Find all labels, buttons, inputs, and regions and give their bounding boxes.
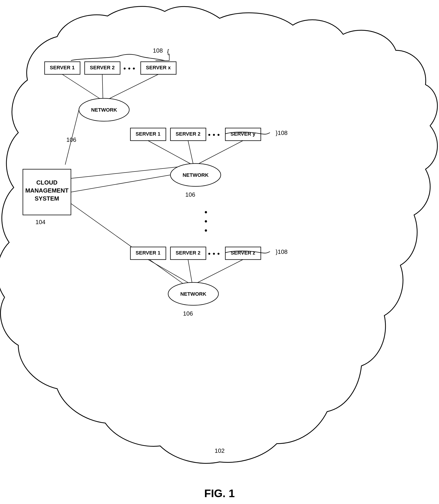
vertical-dots3: •	[205, 226, 207, 235]
mid-server1-label: SERVER 1	[136, 131, 160, 136]
top-106-label: 106	[66, 136, 76, 143]
bot-server2-label: SERVER 2	[176, 250, 200, 255]
mid-106-label: 106	[185, 191, 195, 198]
top-server2-label: SERVER 2	[90, 64, 115, 70]
top-serverx-label: SERVER x	[146, 64, 171, 70]
bot-dots: • • •	[208, 250, 220, 258]
bot-server1-label: SERVER 1	[136, 250, 160, 255]
mid-dots: • • •	[208, 131, 220, 139]
cloud-shape	[0, 6, 437, 463]
diagram-container: { 108 SERVER 1 SERVER 2 • • • SERVER x N…	[0, 5, 439, 485]
bot-brace-id: }108	[276, 248, 288, 255]
mid-brace-id: }108	[276, 130, 288, 136]
cms-line2: MANAGEMENT	[25, 187, 68, 194]
cms-line3: SYSTEM	[35, 195, 59, 202]
top-brace: {	[167, 48, 169, 55]
top-dots: • • •	[123, 64, 135, 72]
cms-id: 104	[36, 219, 45, 226]
top-group-id: 108	[153, 47, 163, 54]
top-server1-label: SERVER 1	[50, 64, 74, 70]
mid-network-label: NETWORK	[183, 172, 209, 178]
bot-network-label: NETWORK	[180, 291, 206, 297]
vertical-dots2: •	[205, 216, 207, 226]
fig-label: FIG. 1	[204, 487, 235, 500]
mid-server2-label: SERVER 2	[176, 131, 200, 136]
bot-106-label: 106	[183, 310, 193, 317]
top-network-label: NETWORK	[91, 107, 117, 112]
cms-line1: CLOUD	[36, 179, 57, 186]
vertical-dots: •	[205, 207, 207, 217]
cloud-id: 102	[215, 447, 224, 454]
